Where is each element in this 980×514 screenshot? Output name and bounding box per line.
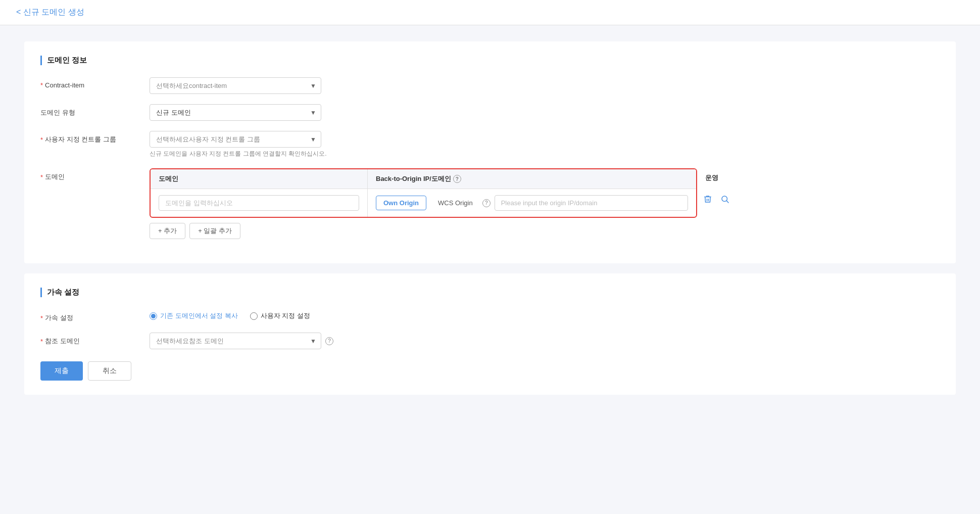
th-domain: 도메인 [151,169,368,189]
user-control-group-field: 선택하세요사용자 지정 컨트롤 그룹 ▼ 신규 도메인을 사용자 지정 컨트롤 … [150,131,940,158]
cancel-button[interactable]: 취소 [88,361,131,381]
th-origin: Back-to-Origin IP/도메인 ? [368,169,696,189]
ref-domain-select[interactable]: 선택하세요참조 도메인 [150,333,321,349]
search-icon [720,195,729,204]
contract-item-label: * Contract-item [40,77,141,89]
ref-domain-label: * 참조 도메인 [40,333,141,346]
ref-domain-row: * 참조 도메인 선택하세요참조 도메인 ▼ ? [40,333,940,349]
domain-type-label: 도메인 유형 [40,104,141,117]
svg-line-1 [726,201,728,203]
domain-info-section: 도메인 정보 * Contract-item 선택하세요contract-ite… [24,41,956,263]
domain-type-select[interactable]: 신규 도메인 [150,104,321,121]
radio-copy-label[interactable]: 기존 도메인에서 설정 복사 [150,311,238,320]
search-row-button[interactable] [718,193,731,208]
acceleration-radio-group: 기존 도메인에서 설정 복사 사용자 지정 설정 [150,309,940,320]
back-button[interactable]: < 신규 도메인 생성 [16,7,84,18]
domain-table-field: 도메인 Back-to-Origin IP/도메인 ? [150,168,940,239]
contract-item-select-wrapper: 선택하세요contract-item ▼ [150,77,321,94]
domain-type-field: 신규 도메인 ▼ [150,104,940,121]
radio-copy[interactable] [150,312,157,320]
domain-table-data-row: Own Origin WCS Origin ? [151,189,696,217]
user-control-group-row: * 사용자 지정 컨트롤 그룹 선택하세요사용자 지정 컨트롤 그룹 ▼ 신규 … [40,131,940,158]
domain-input[interactable] [159,195,359,211]
wcs-origin-info-icon[interactable]: ? [482,199,491,207]
delete-row-button[interactable] [701,193,714,208]
add-button[interactable]: + 추가 [150,223,185,239]
domain-type-select-wrapper: 신규 도메인 ▼ [150,104,321,121]
wcs-origin-button[interactable]: WCS Origin [430,196,480,210]
origin-cell: Own Origin WCS Origin ? [368,189,696,217]
contract-item-field: 선택하세요contract-item ▼ [150,77,940,94]
section-title-acceleration: 가속 설정 [40,288,940,297]
actions-column: 운영 [697,168,736,213]
user-control-group-helper: 신규 도메인을 사용자 지정 컨트롤 그룹에 연결할지 확인하십시오. [150,150,940,158]
row-actions [697,188,736,213]
user-control-group-label: * 사용자 지정 컨트롤 그룹 [40,131,141,144]
wcs-origin-wrapper: WCS Origin ? [430,196,491,210]
user-control-group-select[interactable]: 선택하세요사용자 지정 컨트롤 그룹 [150,131,321,148]
radio-custom-label[interactable]: 사용자 지정 설정 [250,311,310,320]
domain-outer-table: 도메인 Back-to-Origin IP/도메인 ? [150,168,736,218]
acceleration-section: 가속 설정 * 가속 설정 기존 도메인에서 설정 복사 사용자 지정 설정 [24,273,956,395]
acceleration-setting-label: * 가속 설정 [40,309,141,322]
ref-domain-info-icon[interactable]: ? [325,337,333,345]
ref-domain-field: 선택하세요참조 도메인 ▼ ? [150,333,940,349]
domain-row: * 도메인 도메인 Back-to-Origin IP/도메인 ? [40,168,940,239]
own-origin-button[interactable]: Own Origin [376,196,426,210]
svg-point-0 [722,196,727,202]
section-title-domain-info: 도메인 정보 [40,56,940,65]
domain-table-header: 도메인 Back-to-Origin IP/도메인 ? [151,169,696,189]
origin-ip-input[interactable] [495,195,688,211]
add-buttons-row: + 추가 + 일괄 추가 [150,223,705,239]
contract-item-row: * Contract-item 선택하세요contract-item ▼ [40,77,940,94]
delete-icon [703,195,712,204]
domain-input-cell [151,189,368,217]
required-star-3: * [40,173,43,181]
required-star-2: * [40,136,43,144]
domain-type-row: 도메인 유형 신규 도메인 ▼ [40,104,940,121]
domain-table-inner: 도메인 Back-to-Origin IP/도메인 ? [150,168,697,218]
add-bulk-button[interactable]: + 일괄 추가 [189,223,240,239]
acceleration-setting-row: * 가속 설정 기존 도메인에서 설정 복사 사용자 지정 설정 [40,309,940,322]
submit-button[interactable]: 제출 [40,361,83,381]
contract-item-select[interactable]: 선택하세요contract-item [150,77,321,94]
origin-info-icon[interactable]: ? [453,175,461,183]
required-star-5: * [40,338,43,345]
required-star: * [40,81,43,89]
page-header: < 신규 도메인 생성 [0,0,980,25]
ref-domain-select-wrapper: 선택하세요참조 도메인 ▼ [150,333,321,349]
user-control-group-select-wrapper: 선택하세요사용자 지정 컨트롤 그룹 ▼ [150,131,321,148]
acceleration-setting-field: 기존 도메인에서 설정 복사 사용자 지정 설정 [150,309,940,320]
required-star-4: * [40,314,43,322]
col-operations-header: 운영 [697,168,736,188]
radio-custom[interactable] [250,312,258,320]
domain-field-label: * 도메인 [40,168,141,181]
submit-area: 제출 취소 [40,359,940,381]
